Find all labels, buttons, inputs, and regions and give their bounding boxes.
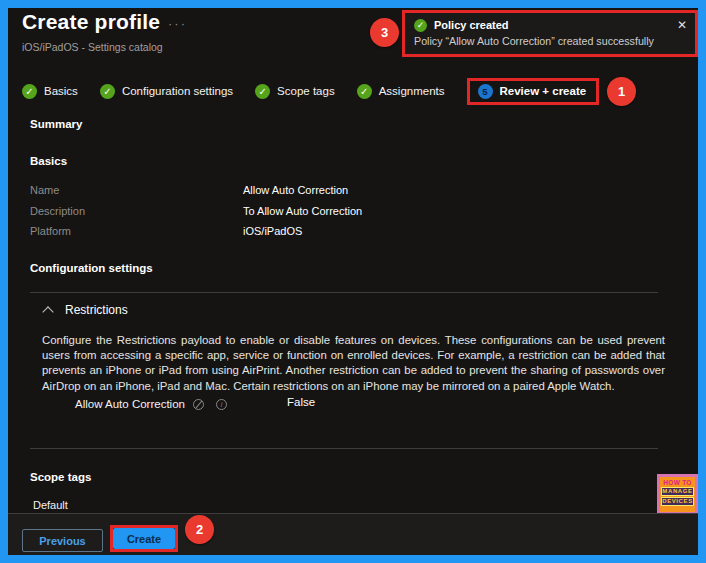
success-check-icon: ✓ bbox=[414, 19, 427, 32]
step-complete-icon: ✓ bbox=[255, 84, 270, 99]
setting-value: False bbox=[287, 396, 315, 408]
configuration-settings-heading: Configuration settings bbox=[30, 262, 153, 274]
tab-scope-tags-label: Scope tags bbox=[277, 85, 335, 97]
wizard-steps: ✓ Basics ✓ Configuration settings ✓ Scop… bbox=[22, 76, 636, 106]
summary-heading: Summary bbox=[30, 118, 82, 130]
tab-assignments[interactable]: ✓ Assignments bbox=[357, 84, 445, 99]
footer-bar: Previous Create 2 bbox=[8, 513, 698, 555]
create-button[interactable]: Create bbox=[113, 528, 175, 549]
annotation-box-create: Create bbox=[110, 525, 178, 552]
more-menu-icon[interactable]: ··· bbox=[168, 16, 187, 31]
divider bbox=[30, 448, 658, 449]
row-label: Platform bbox=[30, 225, 243, 237]
tab-basics-label: Basics bbox=[44, 85, 78, 97]
tab-review-create-label: Review + create bbox=[500, 85, 587, 97]
setting-label: Allow Auto Correction bbox=[75, 398, 185, 410]
tab-assignments-label: Assignments bbox=[379, 85, 445, 97]
logo-text-how-to: HOW TO bbox=[661, 479, 694, 486]
divider bbox=[30, 292, 658, 293]
row-value: To Allow Auto Correction bbox=[243, 205, 362, 217]
step-number-icon: 5 bbox=[478, 84, 493, 99]
step-complete-icon: ✓ bbox=[100, 84, 115, 99]
scope-tag-value: Default bbox=[33, 499, 68, 511]
basics-heading: Basics bbox=[30, 155, 67, 167]
info-icon[interactable]: i bbox=[216, 399, 227, 410]
annotation-badge-2: 2 bbox=[185, 515, 214, 544]
notification-toast: ✓ Policy created ✕ Policy “Allow Auto Co… bbox=[402, 10, 698, 57]
create-profile-panel: Create profile ··· iOS/iPadOS - Settings… bbox=[8, 8, 698, 555]
annotation-badge-1: 1 bbox=[607, 77, 636, 106]
restrictions-section-header[interactable]: Restrictions bbox=[44, 303, 128, 317]
step-complete-icon: ✓ bbox=[22, 84, 37, 99]
notification-title: Policy created bbox=[434, 19, 671, 31]
tab-configuration-settings[interactable]: ✓ Configuration settings bbox=[100, 84, 233, 99]
close-icon[interactable]: ✕ bbox=[677, 18, 687, 32]
table-row: NameAllow Auto Correction bbox=[30, 184, 362, 205]
chevron-up-icon bbox=[42, 306, 53, 317]
tab-basics[interactable]: ✓ Basics bbox=[22, 84, 78, 99]
previous-button[interactable]: Previous bbox=[22, 529, 103, 552]
logo-text-manage: MANAGE bbox=[661, 487, 694, 496]
restrictions-description: Configure the Restrictions payload to en… bbox=[42, 333, 665, 394]
tab-configuration-settings-label: Configuration settings bbox=[122, 85, 233, 97]
scope-icon bbox=[193, 399, 204, 410]
tab-review-create[interactable]: 5 Review + create bbox=[467, 78, 600, 105]
table-row: PlatformiOS/iPadOS bbox=[30, 225, 362, 246]
scope-tags-heading: Scope tags bbox=[30, 471, 91, 483]
page-title: Create profile bbox=[22, 10, 160, 34]
tab-scope-tags[interactable]: ✓ Scope tags bbox=[255, 84, 335, 99]
row-label: Description bbox=[30, 205, 243, 217]
page-subtitle: iOS/iPadOS - Settings catalog bbox=[22, 41, 163, 53]
table-row: DescriptionTo Allow Auto Correction bbox=[30, 205, 362, 226]
setting-row: Allow Auto Correction i False bbox=[30, 398, 658, 414]
row-value: Allow Auto Correction bbox=[243, 184, 348, 196]
restrictions-label: Restrictions bbox=[65, 303, 128, 317]
htmd-logo: HOW TO MANAGE DEVICES bbox=[657, 474, 698, 515]
annotation-badge-3: 3 bbox=[370, 18, 399, 47]
basics-rows: NameAllow Auto Correction DescriptionTo … bbox=[30, 184, 362, 246]
row-value: iOS/iPadOS bbox=[243, 225, 302, 237]
notification-message: Policy “Allow Auto Correction” created s… bbox=[414, 35, 687, 47]
logo-text-devices: DEVICES bbox=[661, 497, 694, 506]
row-label: Name bbox=[30, 184, 243, 196]
step-complete-icon: ✓ bbox=[357, 84, 372, 99]
